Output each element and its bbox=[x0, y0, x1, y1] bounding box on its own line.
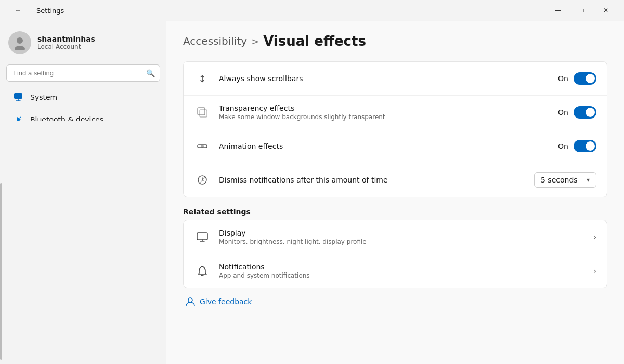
titlebar-controls: — □ ✕ bbox=[546, 2, 618, 19]
system-nav-label: System bbox=[30, 93, 57, 101]
animation-toggle-label: On bbox=[558, 142, 568, 150]
settings-row-scrollbars: ↕ Always show scrollbars On bbox=[184, 62, 607, 95]
search-input[interactable] bbox=[6, 64, 160, 82]
notifications-dismiss-text: Dismiss notifications after this amount … bbox=[219, 176, 534, 184]
notifications-dropdown[interactable]: 5 seconds ▾ bbox=[534, 172, 596, 188]
breadcrumb-parent[interactable]: Accessibility bbox=[183, 35, 247, 47]
notifications-dismiss-label: Dismiss notifications after this amount … bbox=[219, 176, 534, 184]
minimize-button[interactable]: — bbox=[546, 2, 570, 19]
transparency-toggle[interactable] bbox=[574, 106, 596, 119]
transparency-text: Transparency effects Make some window ba… bbox=[219, 104, 558, 121]
transparency-toggle-label: On bbox=[558, 108, 568, 116]
notifications-desc: App and system notifications bbox=[219, 272, 593, 279]
scrollbars-toggle[interactable] bbox=[574, 72, 596, 85]
display-title: Display bbox=[219, 229, 593, 237]
notifications-chevron-icon: › bbox=[593, 267, 596, 275]
search-icon: 🔍 bbox=[146, 69, 155, 77]
feedback-icon bbox=[185, 296, 196, 307]
animation-toggle[interactable] bbox=[574, 140, 596, 152]
search-box: 🔍 bbox=[6, 64, 160, 82]
titlebar: ← Settings — □ ✕ bbox=[0, 0, 624, 21]
titlebar-left: ← Settings bbox=[6, 2, 64, 19]
svg-rect-2 bbox=[14, 93, 22, 99]
svg-point-17 bbox=[201, 145, 204, 148]
svg-point-1 bbox=[15, 46, 25, 50]
related-settings-heading: Related settings bbox=[183, 207, 607, 216]
app-container: shaantminhas Local Account 🔍 SystemBluet… bbox=[0, 21, 624, 364]
feedback-link[interactable]: Give feedback bbox=[183, 290, 607, 313]
settings-row-notifications: Dismiss notifications after this amount … bbox=[184, 163, 607, 197]
svg-point-20 bbox=[188, 298, 192, 302]
avatar bbox=[8, 31, 31, 54]
scrollbars-control: On bbox=[558, 72, 596, 85]
user-section: shaantminhas Local Account bbox=[0, 25, 166, 62]
bluetooth-nav-label: Bluetooth & devices bbox=[30, 115, 103, 121]
notifications-text: Notifications App and system notificatio… bbox=[219, 263, 593, 279]
scrollbars-text: Always show scrollbars bbox=[219, 74, 558, 83]
animation-text: Animation effects bbox=[219, 142, 558, 150]
notifications-dismiss-icon bbox=[194, 172, 211, 188]
sidebar: shaantminhas Local Account 🔍 SystemBluet… bbox=[0, 21, 166, 364]
transparency-icon bbox=[194, 104, 211, 121]
display-desc: Monitors, brightness, night light, displ… bbox=[219, 238, 593, 245]
system-nav-icon bbox=[12, 92, 24, 103]
animation-label: Animation effects bbox=[219, 142, 558, 150]
animation-control: On bbox=[558, 140, 596, 152]
feedback-label: Give feedback bbox=[200, 297, 252, 306]
svg-point-0 bbox=[17, 37, 23, 44]
transparency-label: Transparency effects bbox=[219, 104, 558, 112]
bell-icon bbox=[194, 263, 211, 279]
related-row-display[interactable]: Display Monitors, brightness, night ligh… bbox=[184, 220, 607, 254]
bluetooth-nav-icon bbox=[12, 114, 24, 121]
titlebar-title: Settings bbox=[36, 7, 64, 15]
transparency-control: On bbox=[558, 106, 596, 119]
related-settings-card: Display Monitors, brightness, night ligh… bbox=[183, 220, 607, 288]
user-type: Local Account bbox=[37, 43, 95, 50]
display-chevron-icon: › bbox=[593, 233, 596, 241]
user-info: shaantminhas Local Account bbox=[37, 35, 95, 50]
notifications-dropdown-value: 5 seconds bbox=[541, 176, 578, 184]
maximize-button[interactable]: □ bbox=[570, 2, 594, 19]
animation-icon bbox=[194, 138, 211, 154]
settings-row-transparency: Transparency effects Make some window ba… bbox=[184, 95, 607, 129]
scrollbars-label: Always show scrollbars bbox=[219, 74, 558, 83]
page-header: Accessibility > Visual effects bbox=[183, 33, 607, 49]
nav-list: SystemBluetooth & devicesNetwork & inter… bbox=[0, 86, 166, 121]
main-content: Accessibility > Visual effects ↕ Always … bbox=[166, 21, 624, 364]
svg-rect-14 bbox=[198, 108, 205, 115]
chevron-down-icon: ▾ bbox=[587, 176, 590, 184]
display-text: Display Monitors, brightness, night ligh… bbox=[219, 229, 593, 245]
settings-row-animation: Animation effects On bbox=[184, 129, 607, 163]
scrollbars-toggle-label: On bbox=[558, 74, 568, 83]
sidebar-item-system[interactable]: System bbox=[4, 86, 162, 108]
transparency-desc: Make some window backgrounds slightly tr… bbox=[219, 113, 558, 121]
display-icon bbox=[194, 229, 211, 245]
sidebar-item-bluetooth[interactable]: Bluetooth & devices bbox=[4, 109, 162, 121]
scrollbars-icon: ↕ bbox=[194, 70, 211, 87]
page-title: Visual effects bbox=[263, 33, 366, 49]
notifications-dismiss-control: 5 seconds ▾ bbox=[534, 172, 596, 188]
breadcrumb-separator: > bbox=[251, 36, 259, 47]
close-button[interactable]: ✕ bbox=[594, 2, 618, 19]
sidebar-scrollbar-thumb[interactable] bbox=[0, 183, 2, 360]
svg-rect-19 bbox=[197, 233, 207, 240]
related-row-notifications[interactable]: Notifications App and system notificatio… bbox=[184, 254, 607, 288]
back-button[interactable]: ← bbox=[6, 2, 30, 19]
user-name: shaantminhas bbox=[37, 35, 95, 43]
svg-rect-15 bbox=[200, 110, 207, 117]
settings-card: ↕ Always show scrollbars On bbox=[183, 61, 607, 197]
notifications-title: Notifications bbox=[219, 263, 593, 271]
